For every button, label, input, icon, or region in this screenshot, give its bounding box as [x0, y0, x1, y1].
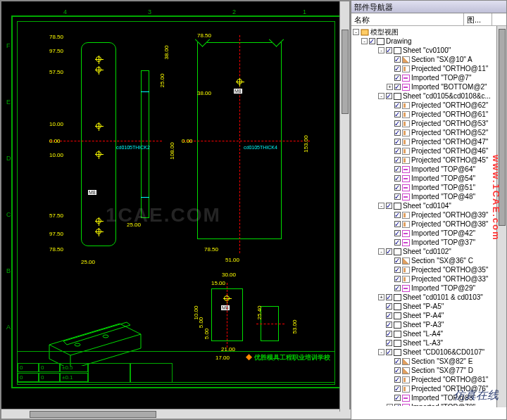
checkbox-icon[interactable]: [394, 267, 401, 273]
checkbox-icon[interactable]: [394, 120, 401, 127]
checkbox-icon[interactable]: [394, 102, 401, 108]
checkbox-icon[interactable]: [386, 331, 392, 337]
checkbox-icon[interactable]: [394, 285, 401, 291]
dim: 5.00: [198, 317, 204, 329]
tree-item[interactable]: Projected "ORTHO@62": [351, 101, 506, 110]
tree-item[interactable]: -Sheet "cd0105&cd0108&c...: [351, 91, 506, 101]
tree-item[interactable]: Projected "ORTHO@33": [351, 274, 506, 284]
sec-icon: [402, 257, 410, 265]
expand-icon[interactable]: +: [387, 404, 393, 406]
checkbox-icon[interactable]: [386, 248, 392, 255]
checkbox-icon[interactable]: [386, 303, 392, 310]
tree-item[interactable]: Projected "ORTHO@53": [351, 119, 506, 128]
svg-rect-2: [361, 30, 368, 35]
scrollbar-horizontal[interactable]: [1, 409, 352, 419]
tree-item[interactable]: Section "SX@36" C: [351, 256, 506, 265]
expand-icon[interactable]: -: [378, 93, 384, 99]
tree-item[interactable]: -Sheet "cd0102": [351, 247, 506, 256]
checkbox-icon[interactable]: [394, 367, 401, 374]
proj-icon: [402, 102, 410, 109]
tree-item[interactable]: Projected "ORTHO@35": [351, 265, 506, 274]
tree-root[interactable]: - 模型视图: [351, 27, 506, 37]
checkbox-icon[interactable]: [394, 129, 401, 136]
checkbox-icon[interactable]: [386, 294, 392, 300]
tree-item[interactable]: -Sheet "cv0100": [351, 46, 506, 55]
col-image[interactable]: 图...: [464, 13, 492, 25]
hole-icon: [96, 67, 101, 72]
tree-label: Sheet "P-A5": [403, 302, 444, 311]
checkbox-icon[interactable]: [394, 276, 401, 282]
checkbox-icon[interactable]: [394, 84, 401, 90]
school-name: ◆ 优胜模具工程职业培训学校: [246, 353, 330, 362]
checkbox-icon[interactable]: [394, 257, 401, 264]
collapse-icon[interactable]: -: [353, 29, 359, 35]
checkbox-icon[interactable]: [386, 47, 392, 53]
cad-canvas[interactable]: 4 3 2 1 F E D C B A M8 78.50 97.50 57.50…: [7, 7, 345, 390]
expand-icon[interactable]: -: [378, 349, 384, 355]
checkbox-icon[interactable]: [386, 312, 392, 319]
checkbox-icon[interactable]: [369, 38, 375, 44]
expand-icon[interactable]: +: [378, 294, 384, 300]
collapse-icon[interactable]: -: [361, 38, 368, 44]
tree-item[interactable]: Sheet "L-A4": [351, 329, 506, 338]
cad-viewport[interactable]: 4 3 2 1 F E D C B A M8 78.50 97.50 57.50…: [0, 0, 351, 420]
checkbox-icon[interactable]: [386, 93, 392, 99]
tree-item[interactable]: Section "SX@10" A: [351, 55, 506, 64]
sheet-icon: [394, 312, 401, 319]
scroll-thumb[interactable]: [30, 411, 156, 418]
checkbox-icon[interactable]: [394, 148, 401, 154]
tree-item[interactable]: -Sheet "CD0106&CD0107": [351, 348, 506, 357]
tree-item[interactable]: Section "SX@77" D: [351, 366, 506, 375]
tree-drawing[interactable]: - Drawing: [351, 37, 506, 46]
checkbox-icon[interactable]: [394, 395, 401, 401]
scrollbar-vertical[interactable]: [339, 1, 349, 412]
expand-icon[interactable]: -: [378, 47, 384, 53]
tree-item[interactable]: Projected "ORTHO@11": [351, 64, 506, 73]
checkbox-icon[interactable]: [394, 376, 401, 383]
dim: 15.00: [211, 280, 225, 286]
tree-item[interactable]: Sheet "P-A5": [351, 302, 506, 311]
expand-icon[interactable]: +: [387, 84, 393, 90]
expand-icon[interactable]: -: [378, 248, 384, 255]
checkbox-icon[interactable]: [394, 358, 401, 364]
checkbox-icon[interactable]: [394, 404, 401, 406]
row-label: F: [6, 42, 11, 49]
dim: 78.50: [204, 246, 218, 253]
tree-item[interactable]: +Imported "BOTTOM@2": [351, 82, 506, 91]
imp-icon: [402, 395, 410, 402]
tree-item[interactable]: Projected "ORTHO@61": [351, 110, 506, 119]
dim: 25.40: [256, 305, 263, 319]
hole-icon: [96, 123, 101, 129]
col-name[interactable]: 名称: [351, 13, 464, 25]
tree-item[interactable]: Imported "TOP@29": [351, 284, 506, 293]
tree-item[interactable]: Projected "ORTHO@81": [351, 375, 506, 384]
checkbox-icon[interactable]: [386, 340, 392, 346]
sheet-icon: [394, 331, 401, 338]
tree-item[interactable]: Section "SX@82" E: [351, 357, 506, 366]
dim: 78.50: [197, 32, 211, 39]
hole-icon: [237, 79, 242, 84]
sheet-icon: [394, 294, 401, 301]
checkbox-icon[interactable]: [394, 386, 401, 392]
tree-item[interactable]: Projected "ORTHO@47": [351, 137, 506, 146]
checkbox-icon[interactable]: [394, 111, 401, 117]
checkbox-icon[interactable]: [394, 56, 401, 63]
checkbox-icon[interactable]: [386, 322, 392, 328]
tree-item[interactable]: +Sheet "cd0101 & cd0103": [351, 293, 506, 302]
checkbox-icon[interactable]: [394, 75, 401, 81]
tree-item[interactable]: Sheet "P-A3": [351, 320, 506, 329]
tree-label: Section "SX@36" C: [411, 256, 473, 265]
checkbox-icon[interactable]: [386, 349, 392, 355]
tree-item[interactable]: Sheet "L-A3": [351, 338, 506, 348]
tree-item[interactable]: Sheet "P-A4": [351, 311, 506, 320]
tree-item[interactable]: Imported "TOP@7": [351, 73, 506, 82]
dim: 57.50: [49, 69, 63, 75]
scroll-thumb[interactable]: [342, 30, 349, 114]
tree-label: Section "SX@10" A: [411, 55, 472, 64]
tree-item[interactable]: Projected "ORTHO@52": [351, 128, 506, 137]
hole-icon: [96, 229, 101, 234]
checkbox-icon[interactable]: [394, 139, 401, 145]
checkbox-icon[interactable]: [394, 65, 401, 72]
dim: 25.00: [81, 259, 95, 265]
dim: 38.00: [163, 45, 170, 59]
